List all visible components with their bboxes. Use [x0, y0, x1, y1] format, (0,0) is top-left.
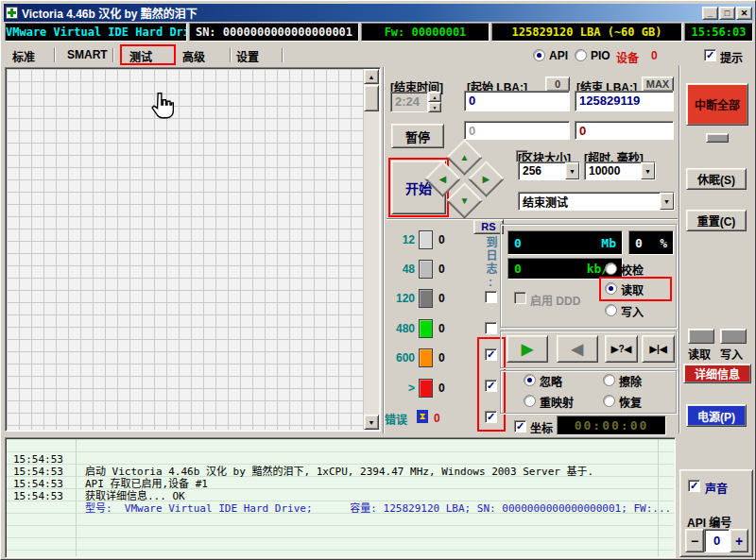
up-arrow-icon: ▲	[460, 153, 470, 162]
back-icon: ◀	[572, 340, 583, 358]
percent-value: 0	[635, 236, 643, 250]
log-message: 型号: VMware Virtual IDE Hard Drive; 容量: 1…	[85, 502, 671, 515]
speed-480-block	[419, 319, 433, 338]
dropdown-caret-icon[interactable]: ▼	[565, 162, 579, 179]
scan-jump-button[interactable]: ▶?◀	[605, 335, 638, 363]
write-indicator-icon	[720, 329, 747, 344]
tab-advanced[interactable]: 高级	[182, 48, 205, 64]
log-row: 15:54:53 API 存取已启用,设备 #1	[6, 453, 675, 466]
percent-lcd: 0 %	[628, 230, 674, 255]
scan-grid[interactable]	[7, 69, 364, 430]
scroll-thumb[interactable]	[364, 85, 379, 111]
minimize-button[interactable]: _	[702, 7, 718, 20]
timeout-combo[interactable]: 10000▼	[584, 161, 656, 180]
tab-smart[interactable]: SMART	[67, 48, 108, 61]
start-lba-field[interactable]: 0	[464, 91, 570, 111]
verify-radio[interactable]	[605, 263, 617, 275]
sleep-button[interactable]: 休眠(S)	[686, 168, 747, 190]
drive-model-display: VMware Virtual IDE Hard Drive	[5, 23, 187, 42]
stop-pair-icon: ▶|◀	[649, 344, 666, 354]
mb-value: 0	[514, 236, 522, 250]
erase-radio[interactable]	[603, 374, 615, 386]
read-radio[interactable]	[605, 282, 617, 295]
grid-scrollbar[interactable]: ▲ ▼	[364, 69, 379, 430]
clock-display: 15:56:03	[684, 23, 753, 42]
scroll-up-button[interactable]: ▲	[364, 69, 379, 84]
speed-48-block	[419, 260, 433, 279]
back-button[interactable]: ◀	[557, 335, 598, 363]
write-radio[interactable]	[605, 304, 617, 316]
speed-value: 0	[514, 262, 522, 276]
speed-120-count: 0	[438, 292, 445, 305]
tab-separator	[112, 48, 114, 62]
drive-serial-display: SN: 0000000000000000001	[189, 23, 359, 42]
tab-test[interactable]: 测试	[129, 48, 152, 64]
max-lba-button[interactable]: MAX	[642, 76, 674, 92]
log-480-checkbox[interactable]	[485, 322, 497, 334]
sound-checkbox[interactable]: ✓	[688, 480, 700, 492]
coords-checkbox[interactable]: ✓	[514, 420, 526, 433]
tab-standard[interactable]: 标准	[12, 48, 35, 64]
dropdown-caret-icon[interactable]: ▼	[641, 162, 655, 179]
coords-checkbox-label: 坐标	[530, 419, 553, 435]
hint-checkbox[interactable]: ✓	[704, 49, 716, 61]
play-button[interactable]: ▶	[507, 335, 548, 363]
log-row: 15:54:53 获取详细信息... OK	[6, 466, 675, 478]
api-minus-button[interactable]: −	[685, 529, 704, 552]
panel-separator	[383, 67, 385, 433]
write-radio-label: 写入	[621, 303, 644, 319]
remap-radio[interactable]	[524, 395, 536, 407]
details-button[interactable]: 详细信息	[683, 364, 751, 383]
erase-radio-label: 擦除	[619, 373, 642, 389]
restore-radio[interactable]	[603, 395, 615, 407]
device-label: 设备	[616, 49, 639, 65]
end-lba-field[interactable]: 125829119	[575, 91, 674, 111]
title-bar: Victoria 4.46b 汉化 by 黯然的泪下 _ □ ✕	[4, 4, 754, 22]
reset-button[interactable]: 重置(C)	[686, 210, 747, 231]
speed-12-label: 12	[383, 233, 415, 246]
speed-12-block	[419, 230, 433, 249]
timer-lcd: 00:00:00	[557, 416, 666, 435]
pio-radio[interactable]	[575, 49, 587, 61]
spinner-up-icon[interactable]: ▲	[428, 92, 441, 102]
log-error-checkbox[interactable]: ✓	[485, 411, 497, 423]
api-number-field[interactable]: 0	[704, 529, 730, 552]
error-count-field: 0	[575, 121, 674, 140]
speed-gt-block	[419, 379, 433, 398]
after-test-action-combo[interactable]: 结束测试▼	[518, 192, 675, 211]
end-time-spinner[interactable]: ▲ ▼	[428, 92, 441, 112]
log-600-checkbox[interactable]: ✓	[485, 348, 497, 361]
lba-nav-pad: ▲ ◀ ▶ ▼	[428, 143, 502, 216]
zero-lba-button[interactable]: 0	[545, 76, 570, 92]
log-row: 15:54:53 启动 Victoria 4.46b 汉化 by 黯然的泪下, …	[6, 441, 675, 453]
log-120-checkbox[interactable]	[485, 291, 497, 303]
block-size-combo[interactable]: 256▼	[518, 161, 580, 180]
log-panel[interactable]: 15:54:53 启动 Victoria 4.46b 汉化 by 黯然的泪下, …	[5, 437, 676, 558]
left-arrow-icon: ◀	[439, 174, 447, 183]
stop-pair-button[interactable]: ▶|◀	[642, 335, 675, 363]
sound-checkbox-label: 声音	[705, 480, 728, 496]
close-button[interactable]: ✕	[736, 7, 752, 20]
ignore-radio[interactable]	[524, 374, 536, 386]
end-time-field[interactable]: 2:24	[390, 92, 428, 112]
speed-48-count: 0	[438, 263, 445, 276]
read-indicator-label: 读取	[688, 346, 711, 362]
speed-600-block	[419, 348, 433, 367]
abort-all-button[interactable]: 中断全部	[686, 83, 748, 126]
speed-gt-count: 0	[438, 382, 445, 395]
maximize-button[interactable]: □	[719, 7, 735, 20]
right-arrow-icon: ▶	[483, 174, 490, 183]
scroll-down-button[interactable]: ▼	[364, 415, 379, 430]
api-radio[interactable]	[533, 49, 545, 61]
tab-settings[interactable]: 设置	[236, 48, 259, 64]
api-number-label: API 编号	[687, 514, 731, 530]
dropdown-caret-icon[interactable]: ▼	[660, 193, 674, 210]
hand-cursor-icon	[149, 92, 174, 121]
percent-unit: %	[660, 236, 667, 250]
spinner-down-icon[interactable]: ▼	[428, 102, 441, 112]
ddd-checkbox[interactable]	[514, 292, 526, 304]
power-button[interactable]: 电源(P)	[686, 404, 747, 427]
error-row-count: 0	[434, 412, 440, 425]
api-plus-button[interactable]: +	[730, 529, 748, 552]
log-gt-checkbox[interactable]: ✓	[485, 380, 497, 392]
